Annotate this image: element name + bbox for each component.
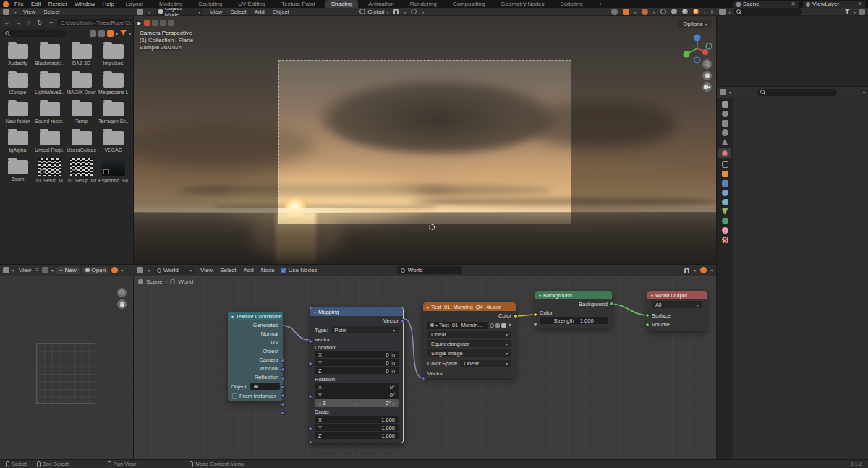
file-item[interactable]: New folder bbox=[3, 99, 33, 124]
node-overlay-caret[interactable]: ▾ bbox=[711, 268, 713, 273]
outliner-editor-icon[interactable] bbox=[719, 9, 726, 15]
tab-texture-icon[interactable] bbox=[722, 237, 728, 243]
shader-type-dropdown[interactable]: World▾ bbox=[154, 267, 195, 274]
object-field[interactable] bbox=[250, 383, 280, 390]
shading-material-icon[interactable] bbox=[682, 9, 688, 14]
new-collection-icon[interactable] bbox=[859, 9, 865, 15]
tab-collection-icon[interactable] bbox=[722, 161, 728, 168]
tab-sculpting[interactable]: Sculpting bbox=[192, 0, 228, 8]
socket-vector-in[interactable] bbox=[421, 376, 425, 380]
menu-file[interactable]: File bbox=[13, 1, 25, 7]
node-texture-coordinate[interactable]: ▾Texture Coordinate Generated Normal UV … bbox=[228, 312, 283, 401]
tab-tool-icon[interactable] bbox=[722, 101, 728, 108]
fb-menu-view[interactable]: View bbox=[22, 9, 37, 15]
tab-animation[interactable]: Animation bbox=[362, 0, 400, 8]
path-field[interactable]: C:\Users\Kevin - ThreadRipper\Documen... bbox=[58, 19, 131, 26]
socket-volume-in[interactable] bbox=[645, 323, 650, 327]
socket-surface-in[interactable] bbox=[645, 313, 650, 318]
tab-scene-icon[interactable] bbox=[722, 139, 728, 145]
socket-generated[interactable] bbox=[281, 359, 285, 363]
image-pin-icon[interactable] bbox=[111, 267, 118, 273]
vp-menu-object[interactable]: Object bbox=[271, 9, 291, 15]
tool-icon[interactable] bbox=[152, 20, 158, 26]
file-item[interactable]: Zoom bbox=[3, 157, 33, 183]
camera-view-icon[interactable] bbox=[702, 82, 712, 92]
tab-geometry-nodes[interactable]: Geometry Nodes bbox=[495, 0, 550, 8]
display-thumbnails-icon[interactable] bbox=[107, 30, 114, 37]
viewlayer-selector[interactable]: ViewLayer ✕ bbox=[803, 1, 865, 8]
tab-rendering[interactable]: Rendering bbox=[404, 0, 443, 8]
tab-modifiers-icon[interactable] bbox=[722, 180, 728, 187]
file-browser-editor-icon[interactable] bbox=[3, 9, 9, 15]
socket-background-out[interactable] bbox=[610, 302, 614, 306]
file-item[interactable]: MAGIX Down... bbox=[67, 70, 96, 95]
display-vertical-list-icon[interactable] bbox=[90, 30, 96, 37]
node-background[interactable]: ▾Background Background Color Strength1.0… bbox=[535, 291, 612, 328]
node-editor[interactable]: Scene › World ▾Texture Coordinate Genera… bbox=[134, 276, 716, 459]
snap-icon[interactable] bbox=[393, 9, 399, 14]
rotation-z-hover[interactable]: ◂Z ↔ 0°▸ bbox=[315, 399, 399, 407]
menu-help[interactable]: Help bbox=[101, 1, 115, 7]
image-options-caret[interactable]: ▾ bbox=[121, 268, 123, 273]
rotation-x[interactable]: X0° bbox=[315, 383, 399, 391]
up-button[interactable]: ↑ bbox=[24, 18, 33, 27]
projection-dropdown[interactable]: Equirectangular▾ bbox=[427, 340, 511, 347]
fb-menu-select[interactable]: Select bbox=[42, 9, 61, 15]
create-folder-button[interactable]: + bbox=[46, 18, 56, 27]
socket-color-in[interactable] bbox=[533, 312, 537, 317]
image-browse-caret[interactable]: ▾ bbox=[51, 268, 54, 273]
file-item[interactable]: Terragen Sk... bbox=[98, 99, 128, 124]
editor-type-caret[interactable]: ▾ bbox=[14, 9, 17, 14]
outliner-editor-caret[interactable]: ▾ bbox=[728, 9, 731, 14]
node-header[interactable]: ▾Texture Coordinate bbox=[228, 312, 283, 320]
node-header[interactable]: ▾Test_01_Morning_Q4_4k.exr bbox=[423, 302, 516, 311]
shading-wireframe-icon[interactable] bbox=[660, 9, 666, 14]
open-image-button[interactable]: Open bbox=[82, 267, 109, 274]
viewport-3d[interactable]: Camera Perspective (1) Collection | Plan… bbox=[134, 16, 716, 264]
menu-render[interactable]: Render bbox=[47, 1, 69, 7]
socket-uv[interactable] bbox=[281, 376, 285, 380]
forward-button[interactable]: → bbox=[13, 18, 22, 27]
rotation-y[interactable]: Y0° bbox=[315, 391, 399, 399]
tab-particles-icon[interactable] bbox=[722, 190, 728, 196]
file-item[interactable]: DAZ 3D bbox=[67, 41, 96, 66]
file-item-image[interactable]: 00_Setup_v0... bbox=[35, 157, 64, 183]
image-editor-caret[interactable]: ▾ bbox=[12, 268, 14, 273]
zoom-icon[interactable] bbox=[702, 59, 712, 69]
file-item[interactable]: tgAlpha bbox=[3, 128, 33, 153]
tool-play-icon[interactable]: ▶ bbox=[136, 20, 142, 26]
node-header[interactable]: ▾Mapping bbox=[310, 307, 403, 316]
tab-data-icon[interactable] bbox=[722, 218, 728, 224]
tab-constraints-icon[interactable] bbox=[722, 208, 728, 215]
file-item[interactable]: Impulses bbox=[98, 41, 128, 66]
pan-hand-icon[interactable] bbox=[117, 299, 127, 309]
file-item[interactable]: Audacity bbox=[3, 41, 33, 66]
image-editor[interactable] bbox=[0, 276, 134, 459]
scale-x[interactable]: X1.000 bbox=[315, 416, 399, 423]
tab-material-icon[interactable] bbox=[722, 227, 728, 234]
tab-object-icon[interactable] bbox=[722, 171, 728, 177]
tab-scripting[interactable]: Scripting bbox=[555, 0, 589, 8]
file-item[interactable]: Unreal Proje... bbox=[35, 128, 64, 153]
tool-active-icon[interactable] bbox=[144, 20, 150, 26]
outliner-search-input[interactable] bbox=[733, 8, 802, 15]
socket-location-in[interactable] bbox=[308, 362, 312, 366]
socket-rotation-in[interactable] bbox=[308, 394, 312, 399]
outliner-filter-caret[interactable]: ▾ bbox=[854, 9, 856, 14]
eyedropper-icon[interactable] bbox=[611, 9, 618, 15]
tab-output-icon[interactable] bbox=[722, 120, 728, 127]
proportional-edit-icon[interactable] bbox=[411, 9, 417, 14]
fb-search-input[interactable] bbox=[2, 30, 66, 37]
file-item[interactable]: VEGAS bbox=[98, 128, 128, 153]
file-item-image[interactable]: Exploring_Su... bbox=[98, 157, 128, 183]
hamburger-icon[interactable]: ≡ bbox=[35, 267, 39, 273]
mode-dropdown[interactable]: Object Mode▾ bbox=[156, 8, 203, 15]
open-folder-icon[interactable] bbox=[501, 323, 506, 328]
socket-window[interactable] bbox=[281, 402, 285, 407]
socket-vector-in[interactable] bbox=[308, 339, 312, 344]
blender-logo-icon[interactable] bbox=[3, 1, 9, 7]
tab-physics-icon[interactable] bbox=[722, 199, 728, 205]
tab-add-workspace[interactable]: + bbox=[593, 0, 608, 8]
display-settings-caret[interactable]: ▾ bbox=[116, 31, 118, 36]
location-y[interactable]: Y0 m bbox=[315, 359, 399, 366]
